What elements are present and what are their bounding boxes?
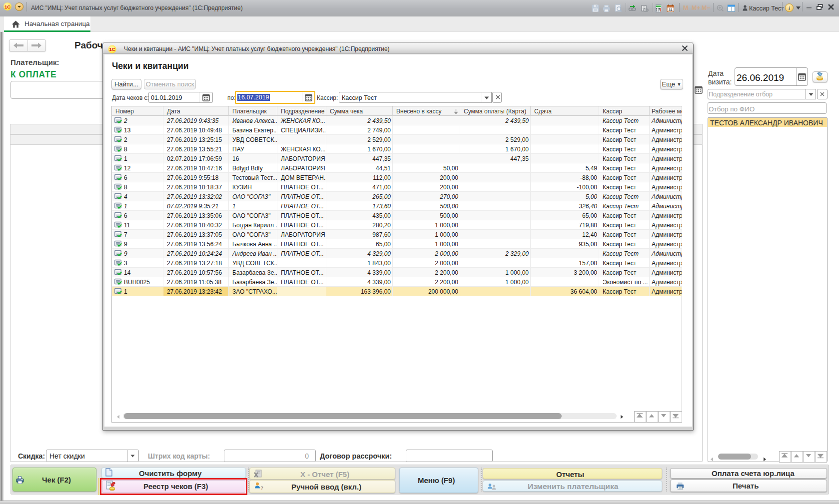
svg-text:1C: 1C <box>4 4 10 9</box>
svg-text:1C: 1C <box>109 46 115 52</box>
svg-text:31: 31 <box>669 7 673 12</box>
svg-text:?: ? <box>261 486 263 491</box>
